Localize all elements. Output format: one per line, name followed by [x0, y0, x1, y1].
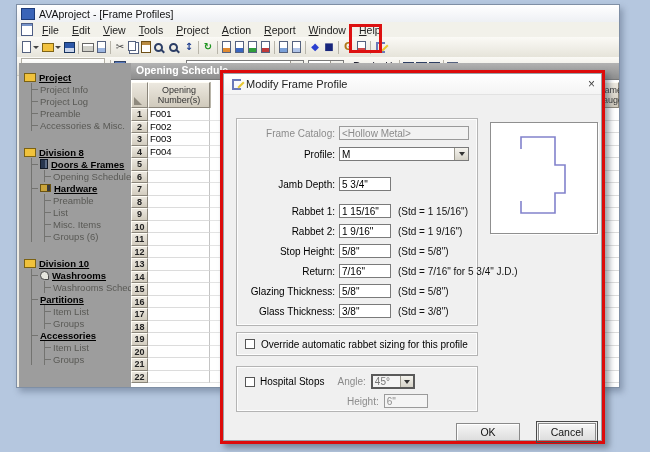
sidebar-item-misc-items[interactable]: Misc. Items [45, 218, 131, 230]
menu-action[interactable]: Action [222, 24, 251, 36]
hospital-stops-checkbox[interactable] [245, 377, 255, 387]
row-number[interactable]: 5 [131, 158, 148, 171]
sidebar-item-preamble[interactable]: Preamble [32, 107, 131, 119]
sidebar-item-groups[interactable]: Groups [45, 353, 131, 365]
row-number[interactable]: 12 [131, 246, 148, 259]
sidebar-item-item-list[interactable]: Item List [45, 305, 131, 317]
opening-number-cell[interactable] [148, 221, 210, 234]
override-checkbox[interactable] [245, 339, 255, 349]
row-number[interactable]: 22 [131, 371, 148, 384]
print-preview-button[interactable] [95, 39, 108, 56]
opening-number-cell[interactable] [148, 308, 210, 321]
row-number[interactable]: 13 [131, 258, 148, 271]
sidebar-item-division-8[interactable]: Division 8 [24, 146, 131, 158]
glazing-thickness-input[interactable] [339, 284, 391, 298]
row-number[interactable]: 8 [131, 196, 148, 209]
refresh-button[interactable]: ↻ [201, 39, 215, 56]
stop-height-input[interactable] [339, 244, 391, 258]
ok-button[interactable]: OK [456, 423, 520, 441]
open-button[interactable] [41, 39, 63, 56]
rabbet2-input[interactable] [339, 224, 391, 238]
sidebar-item-accessories[interactable]: Accessories [32, 329, 131, 341]
row-number[interactable]: 4 [131, 146, 148, 159]
find-next-button[interactable] [167, 39, 182, 56]
opening-number-header[interactable]: Opening Number(s) [148, 82, 210, 108]
row-number[interactable]: 11 [131, 233, 148, 246]
sidebar-item-groups[interactable]: Groups [45, 317, 131, 329]
return-input[interactable] [339, 264, 391, 278]
row-number[interactable]: 19 [131, 333, 148, 346]
opening-number-cell[interactable] [148, 246, 210, 259]
row-number[interactable]: 20 [131, 346, 148, 359]
menu-edit[interactable]: Edit [72, 24, 90, 36]
openings-button[interactable] [220, 39, 233, 56]
print-button[interactable] [81, 39, 95, 56]
opening-number-cell[interactable]: F004 [148, 146, 210, 159]
opening-number-cell[interactable] [148, 283, 210, 296]
opening-number-cell[interactable] [148, 171, 210, 184]
sort-button[interactable]: ↕ [182, 39, 196, 56]
close-icon[interactable]: × [588, 78, 595, 90]
sidebar-item-preamble[interactable]: Preamble [45, 194, 131, 206]
frames-button[interactable] [233, 39, 246, 56]
sidebar-item-groups-6[interactable]: Groups (6) [45, 230, 131, 242]
opening-number-cell[interactable] [148, 233, 210, 246]
row-number[interactable]: 14 [131, 271, 148, 284]
opening-number-cell[interactable] [148, 196, 210, 209]
paste-button[interactable] [140, 39, 152, 56]
menu-project[interactable]: Project [176, 24, 209, 36]
sidebar-item-washrooms-schedule[interactable]: Washrooms Schedule [45, 281, 131, 293]
catalog-button[interactable]: ■ [322, 39, 336, 56]
sidebar-item-project-log[interactable]: Project Log [32, 95, 131, 107]
sidebar-item-item-list[interactable]: Item List [45, 341, 131, 353]
sidebar-item-division-10[interactable]: Division 10 [24, 257, 131, 269]
row-number[interactable]: 18 [131, 321, 148, 334]
opening-number-cell[interactable] [148, 183, 210, 196]
combo-arrow-button[interactable] [454, 148, 468, 160]
opening-number-cell[interactable] [148, 271, 210, 284]
sidebar-item-hardware[interactable]: Hardware [32, 182, 131, 194]
opening-number-cell[interactable] [148, 346, 210, 359]
sidebar-item-project[interactable]: Project [24, 71, 131, 83]
summary-button[interactable] [290, 39, 303, 56]
opening-number-cell[interactable] [148, 358, 210, 371]
sidebar-item-project-info[interactable]: Project Info [32, 83, 131, 95]
row-number[interactable]: 10 [131, 221, 148, 234]
row-number[interactable]: 15 [131, 283, 148, 296]
sidebar-item-accessories-misc[interactable]: Accessories & Misc. [32, 119, 131, 131]
cancel-button[interactable]: Cancel [538, 423, 596, 441]
row-number[interactable]: 21 [131, 358, 148, 371]
new-button[interactable] [20, 39, 41, 56]
sidebar-item-doors-frames[interactable]: Doors & Frames [32, 158, 131, 170]
glass-thickness-input[interactable] [339, 304, 391, 318]
mdi-child-icon[interactable] [21, 23, 33, 36]
row-number[interactable]: 16 [131, 296, 148, 309]
opening-number-cell[interactable] [148, 158, 210, 171]
sidebar-item-partitions[interactable]: Partitions [32, 293, 131, 305]
hardware-list-button[interactable] [259, 39, 272, 56]
sidebar-item-washrooms[interactable]: Washrooms [32, 269, 131, 281]
opening-number-cell[interactable]: F002 [148, 121, 210, 134]
row-number[interactable]: 9 [131, 208, 148, 221]
copy-button[interactable] [127, 39, 140, 56]
select-all-cell[interactable] [131, 82, 148, 108]
save-button[interactable] [63, 39, 76, 56]
profile-combo[interactable]: M [339, 147, 469, 161]
sidebar-item-opening-schedule[interactable]: Opening Schedule [45, 170, 131, 182]
jamb-depth-input[interactable] [339, 177, 391, 191]
menu-tools[interactable]: Tools [139, 24, 164, 36]
row-number[interactable]: 1 [131, 108, 148, 121]
opening-number-cell[interactable] [148, 333, 210, 346]
opening-number-cell[interactable] [148, 208, 210, 221]
row-number[interactable]: 6 [131, 171, 148, 184]
cut-button[interactable]: ✂ [113, 39, 127, 56]
opening-number-cell[interactable] [148, 321, 210, 334]
menu-report[interactable]: Report [264, 24, 296, 36]
opening-number-cell[interactable]: F003 [148, 133, 210, 146]
row-number[interactable]: 7 [131, 183, 148, 196]
menu-window[interactable]: Window [309, 24, 346, 36]
row-number[interactable]: 2 [131, 121, 148, 134]
combo-arrow-button[interactable] [400, 376, 413, 387]
menu-file[interactable]: File [42, 24, 59, 36]
find-button[interactable] [152, 39, 167, 56]
